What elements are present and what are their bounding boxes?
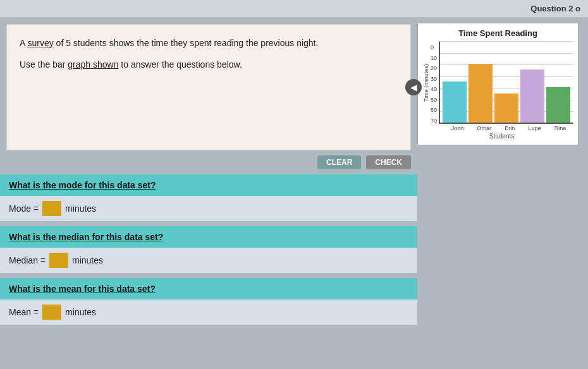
x-label-lupe: Lupe — [529, 125, 541, 131]
bar-joon — [443, 82, 467, 123]
check-button[interactable]: CHECK — [366, 155, 411, 169]
x-label-erin: Erin — [505, 125, 515, 131]
median-unit: minutes — [72, 255, 103, 265]
nav-arrow-button[interactable]: ◀ — [405, 79, 422, 95]
mean-block: What is the mean for this data set? Mean… — [0, 278, 417, 325]
clear-button[interactable]: CLEAR — [317, 155, 361, 169]
y-axis-numbers: 70 60 50 40 30 20 10 0 — [431, 42, 437, 124]
mean-unit: minutes — [65, 307, 96, 317]
problem-card: A survey of 5 students shows the time th… — [6, 24, 411, 150]
median-answer-row: Median = minutes — [0, 248, 417, 273]
mode-input-box[interactable] — [42, 201, 61, 216]
x-axis-labels: Joon Omar Erin Lupe Rina — [431, 125, 573, 131]
top-bar: Question 2 o — [0, 0, 588, 18]
y-axis-label: Time (minutes) — [423, 42, 429, 124]
median-header-text: What is the median for this data set? — [9, 232, 163, 242]
mode-block: What is the mode for this data set? Mode… — [0, 174, 417, 221]
mean-input-box[interactable] — [42, 305, 61, 320]
x-label-omar: Omar — [477, 125, 491, 131]
right-panel: Time Spent Reading Time (minutes) 70 60 … — [417, 18, 588, 369]
chart-bars-wrapper — [439, 42, 573, 124]
mode-label: Mode = — [9, 203, 39, 214]
buttons-row: CLEAR CHECK — [6, 155, 411, 169]
main-content: A survey of 5 students shows the time th… — [0, 18, 588, 369]
chart-with-yaxis: Time (minutes) 70 60 50 40 30 20 10 — [423, 42, 573, 140]
nav-left-icon: ◀ — [410, 83, 417, 92]
mode-header: What is the mode for this data set? — [0, 174, 417, 196]
x-label-rina: Rina — [554, 125, 567, 131]
median-input-box[interactable] — [49, 253, 68, 268]
chart-title: Time Spent Reading — [423, 28, 573, 38]
bar-rina — [546, 87, 570, 123]
chart-container: Time Spent Reading Time (minutes) 70 60 … — [417, 23, 579, 145]
left-panel: A survey of 5 students shows the time th… — [0, 18, 417, 369]
bar-lupe — [520, 70, 544, 123]
mean-label: Mean = — [9, 307, 39, 317]
question-label: Question 2 o — [530, 4, 580, 13]
bar-omar — [469, 64, 493, 123]
mode-header-text: What is the mode for this data set? — [9, 180, 156, 190]
problem-text-1: A survey of 5 students shows the time th… — [20, 36, 398, 50]
problem-text-2: Use the bar graph shown to answer the qu… — [20, 57, 398, 71]
median-block: What is the median for this data set? Me… — [0, 226, 417, 273]
mean-answer-row: Mean = minutes — [0, 299, 417, 325]
questions-area: What is the mode for this data set? Mode… — [0, 172, 417, 369]
mean-header: What is the mean for this data set? — [0, 278, 417, 299]
mode-answer-row: Mode = minutes — [0, 196, 417, 221]
bar-erin — [494, 94, 518, 123]
x-label-joon: Joon — [451, 125, 464, 131]
mean-header-text: What is the mean for this data set? — [9, 284, 156, 294]
mode-unit: minutes — [65, 203, 96, 214]
median-header: What is the median for this data set? — [0, 226, 417, 248]
median-label: Median = — [9, 255, 46, 265]
x-axis-label: Students — [431, 133, 573, 140]
